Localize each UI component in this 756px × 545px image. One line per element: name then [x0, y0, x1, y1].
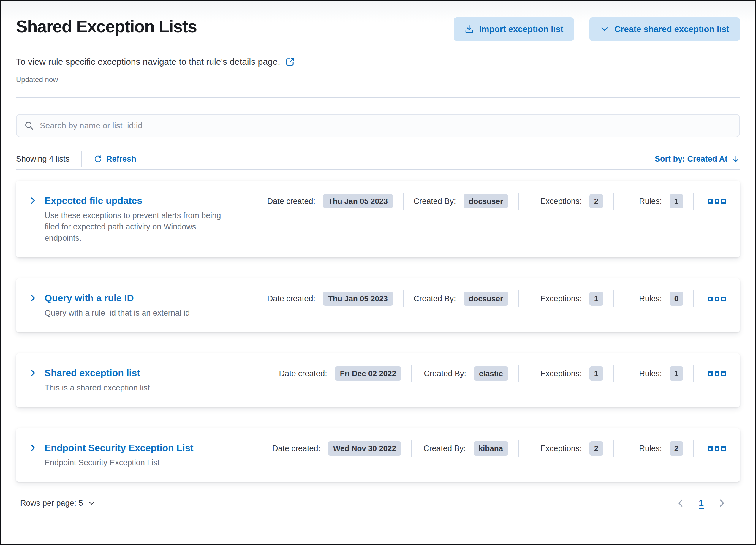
more-actions-button[interactable] — [706, 369, 728, 378]
chevron-right-icon — [29, 294, 37, 303]
rules-count-badge: 1 — [670, 367, 683, 381]
card-meta: Date created: Thu Jan 05 2023 Created By… — [267, 292, 728, 306]
utility-bar: Showing 4 lists Refresh Sort by: Created… — [16, 150, 740, 167]
exceptions-count-badge: 1 — [589, 367, 603, 381]
page-1-button[interactable]: 1 — [699, 498, 704, 508]
exceptions-count-badge: 1 — [589, 292, 603, 306]
exception-list-card: Endpoint Security Exception List Endpoin… — [16, 428, 740, 482]
expand-card-button[interactable] — [26, 291, 40, 305]
chevron-right-icon — [29, 443, 37, 452]
exception-list-description: Query with a rule_id that is an external… — [45, 307, 225, 319]
rules-field: Rules: 1 — [624, 194, 683, 208]
exception-list-card: Expected file updates Use these exceptio… — [16, 181, 740, 257]
header-actions: Import exception list Create shared exce… — [454, 17, 740, 41]
meta-divider — [403, 192, 404, 210]
meta-divider — [518, 290, 519, 307]
page-subtitle: To view rule specific exceptions navigat… — [16, 56, 280, 68]
more-actions-button[interactable] — [706, 197, 728, 206]
chevron-right-icon — [29, 196, 37, 205]
boxes-horizontal-icon — [708, 199, 713, 203]
date-created-field: Date created: Wed Nov 30 2022 — [272, 441, 401, 456]
created-by-field: Created By: docsuser — [414, 194, 508, 208]
rows-per-page-selector[interactable]: Rows per page: 5 — [20, 499, 96, 508]
rules-count-badge: 2 — [670, 441, 683, 456]
meta-divider — [693, 365, 694, 382]
meta-divider — [518, 192, 519, 210]
import-exception-list-button[interactable]: Import exception list — [454, 17, 574, 41]
updated-status: Updated now — [16, 75, 740, 84]
created-by-badge: kibana — [474, 441, 508, 456]
expand-card-button[interactable] — [26, 194, 40, 207]
boxes-horizontal-icon — [708, 297, 713, 301]
rules-field: Rules: 0 — [624, 292, 683, 306]
utility-divider — [81, 151, 82, 167]
subtitle-row: To view rule specific exceptions navigat… — [16, 56, 740, 68]
chevron-down-icon — [88, 499, 96, 507]
exceptions-field: Exceptions: 1 — [529, 292, 603, 306]
exceptions-field: Exceptions: 2 — [529, 441, 603, 456]
sort-by-label: Sort by: Created At — [655, 154, 727, 164]
date-created-badge: Wed Nov 30 2022 — [328, 441, 401, 456]
boxes-horizontal-icon — [708, 372, 713, 376]
rules-field: Rules: 1 — [624, 367, 683, 381]
created-by-badge: docsuser — [464, 292, 508, 306]
page-title: Shared Exception Lists — [16, 17, 197, 36]
meta-divider — [693, 290, 694, 307]
sort-by-button[interactable]: Sort by: Created At — [655, 154, 740, 164]
card-main: Query with a rule ID Query with a rule_i… — [45, 292, 225, 319]
rules-count-badge: 0 — [670, 292, 683, 306]
exception-list-title-link[interactable]: Shared exception list — [45, 367, 140, 379]
card-meta: Date created: Wed Nov 30 2022 Created By… — [272, 442, 728, 455]
chevron-down-icon — [600, 25, 609, 34]
exception-list-cards: Expected file updates Use these exceptio… — [16, 181, 740, 482]
header-divider — [16, 97, 740, 98]
card-meta: Date created: Thu Jan 05 2023 Created By… — [267, 194, 728, 208]
list-footer: Rows per page: 5 1 — [16, 498, 740, 508]
exception-list-description: This is a shared exception list — [45, 382, 225, 394]
external-link-icon[interactable] — [285, 57, 295, 67]
search-bar — [16, 114, 740, 137]
chevron-left-icon — [676, 498, 686, 508]
pagination: 1 — [676, 498, 727, 508]
search-icon — [24, 121, 34, 130]
more-actions-button[interactable] — [706, 294, 728, 304]
exception-list-title-link[interactable]: Endpoint Security Exception List — [45, 442, 193, 454]
card-meta: Date created: Fri Dec 02 2022 Created By… — [279, 367, 728, 380]
date-created-badge: Fri Dec 02 2022 — [335, 367, 401, 381]
created-by-field: Created By: docsuser — [414, 292, 508, 306]
previous-page-button[interactable] — [676, 498, 686, 508]
date-created-field: Date created: Thu Jan 05 2023 — [267, 292, 393, 306]
meta-divider — [518, 440, 519, 457]
card-main: Endpoint Security Exception List Endpoin… — [45, 442, 225, 468]
showing-count-text: Showing 4 lists — [16, 154, 69, 164]
meta-divider — [693, 192, 694, 210]
create-shared-exception-list-button[interactable]: Create shared exception list — [589, 17, 740, 41]
expand-card-button[interactable] — [26, 441, 40, 455]
exceptions-field: Exceptions: 1 — [529, 367, 603, 381]
date-created-badge: Thu Jan 05 2023 — [323, 292, 393, 306]
more-actions-button[interactable] — [706, 444, 728, 453]
next-page-button[interactable] — [717, 498, 727, 508]
expand-card-button[interactable] — [26, 366, 40, 380]
rules-field: Rules: 2 — [624, 441, 683, 456]
exception-list-title-link[interactable]: Query with a rule ID — [45, 292, 134, 304]
meta-divider — [411, 440, 412, 457]
exception-list-title-link[interactable]: Expected file updates — [45, 194, 142, 207]
meta-divider — [411, 365, 412, 382]
exceptions-field: Exceptions: 2 — [529, 194, 603, 208]
refresh-label: Refresh — [106, 154, 136, 164]
boxes-horizontal-icon — [708, 446, 713, 451]
search-input[interactable] — [40, 121, 732, 130]
refresh-button[interactable]: Refresh — [94, 154, 136, 164]
card-main: Shared exception list This is a shared e… — [45, 367, 225, 394]
page-header: Shared Exception Lists Import exception … — [16, 1, 740, 41]
exception-list-card: Query with a rule ID Query with a rule_i… — [16, 278, 740, 332]
create-button-label: Create shared exception list — [614, 24, 729, 34]
shared-exception-lists-page: Shared Exception Lists Import exception … — [0, 0, 756, 545]
sort-arrow-down-icon — [732, 155, 740, 163]
date-created-field: Date created: Thu Jan 05 2023 — [267, 194, 393, 208]
meta-divider — [613, 192, 614, 210]
refresh-icon — [94, 155, 102, 163]
date-created-field: Date created: Fri Dec 02 2022 — [279, 367, 401, 381]
exceptions-count-badge: 2 — [589, 441, 603, 456]
